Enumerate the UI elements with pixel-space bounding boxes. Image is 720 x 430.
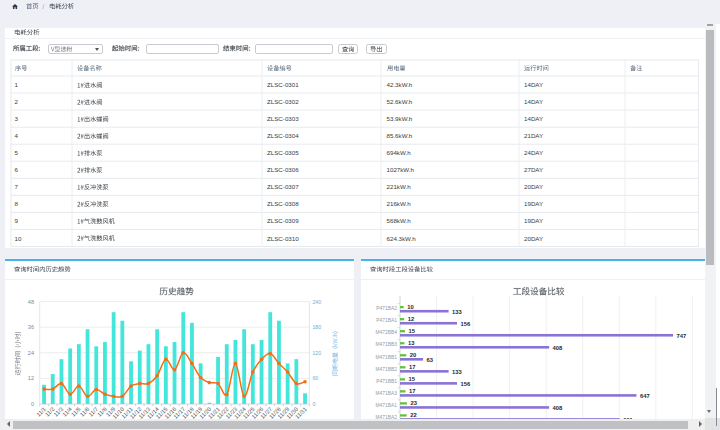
svg-text:M471BB3: M471BB3: [376, 342, 398, 347]
svg-text:M472BB4: M472BB4: [376, 330, 398, 335]
svg-text:17: 17: [409, 388, 415, 394]
svg-text:0: 0: [30, 401, 33, 407]
svg-text:M471BA1: M471BA1: [376, 403, 398, 408]
svg-text:156: 156: [461, 381, 471, 387]
svg-text:747: 747: [677, 333, 687, 339]
svg-text:0: 0: [312, 401, 315, 407]
svg-text:180: 180: [312, 324, 321, 330]
svg-text:120: 120: [312, 350, 321, 356]
svg-text:156: 156: [461, 321, 471, 327]
svg-text:60: 60: [312, 375, 318, 381]
svg-text:24: 24: [27, 350, 33, 356]
svg-text:P471BA2: P471BA2: [376, 306, 397, 311]
svg-text:M471BA3: M471BA3: [376, 391, 398, 396]
svg-text:P471BB1: P471BB1: [376, 379, 397, 384]
svg-text:M471BB2: M471BB2: [376, 367, 398, 372]
svg-text:133: 133: [452, 369, 462, 375]
svg-text:408: 408: [553, 345, 563, 351]
svg-text:408: 408: [553, 405, 563, 411]
svg-text:23: 23: [410, 400, 417, 406]
svg-text:63: 63: [427, 357, 434, 363]
svg-text:13: 13: [408, 340, 415, 346]
svg-text:15: 15: [408, 328, 415, 334]
svg-text:133: 133: [452, 309, 462, 315]
svg-text:M471BB1: M471BB1: [376, 355, 398, 360]
svg-text:17: 17: [409, 364, 415, 370]
svg-text:10: 10: [407, 304, 413, 310]
svg-text:647: 647: [640, 393, 650, 399]
svg-text:36: 36: [27, 324, 33, 330]
svg-text:12: 12: [408, 316, 414, 322]
svg-text:20: 20: [410, 352, 416, 358]
svg-text:48: 48: [27, 299, 33, 305]
svg-text:15: 15: [408, 376, 415, 382]
svg-text:12: 12: [27, 375, 33, 381]
svg-text:P471BA1: P471BA1: [376, 318, 397, 323]
svg-text:240: 240: [312, 299, 321, 305]
svg-text:22: 22: [410, 412, 416, 418]
